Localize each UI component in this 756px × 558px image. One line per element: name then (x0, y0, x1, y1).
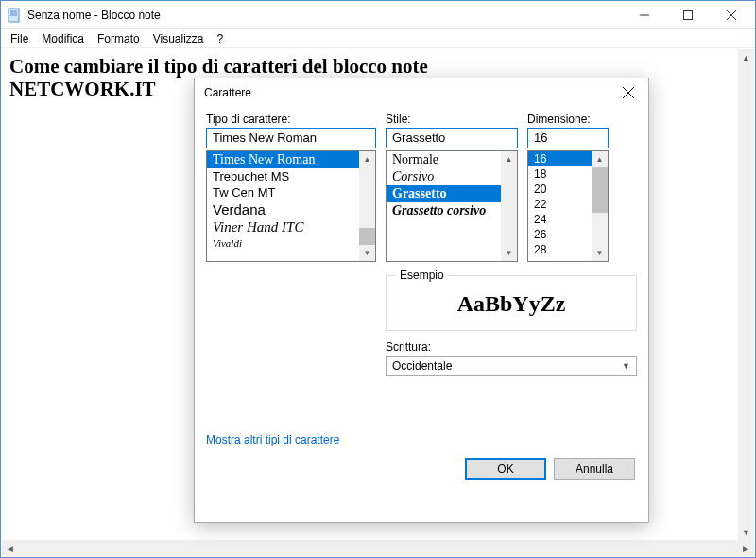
scroll-down-icon[interactable]: ▼ (359, 245, 375, 261)
size-list-item[interactable]: 20 (528, 182, 592, 197)
editor-horizontal-scrollbar[interactable]: ◀ ▶ (2, 540, 754, 556)
style-list-item[interactable]: Grassetto corsivo (387, 202, 501, 219)
sample-fieldset: Esempio AaBbYyZz (386, 275, 637, 331)
font-list-item[interactable]: Times New Roman (207, 151, 359, 168)
size-list-item[interactable]: 18 (528, 166, 592, 182)
style-list-item[interactable]: Grassetto (387, 185, 501, 202)
dialog-title: Carattere (204, 86, 614, 99)
style-list-item[interactable]: Corsivo (387, 168, 501, 185)
size-list-scrollbar[interactable]: ▲ ▼ (592, 151, 608, 261)
sample-label: Esempio (396, 269, 448, 282)
close-icon (623, 87, 634, 98)
scroll-up-icon[interactable]: ▲ (738, 49, 754, 65)
size-list-item[interactable]: 28 (528, 242, 592, 257)
scroll-thumb[interactable] (359, 228, 375, 245)
menubar: File Modifica Formato Visualizza ? (1, 29, 755, 48)
font-list-item[interactable]: Trebuchet MS (207, 168, 359, 184)
editor-line: Come cambiare il tipo di caratteri del b… (9, 55, 747, 78)
script-select[interactable]: Occidentale ▼ (386, 356, 637, 376)
close-button[interactable] (710, 1, 753, 28)
window-controls (623, 1, 753, 28)
style-list-scrollbar[interactable]: ▲ ▼ (501, 151, 517, 261)
size-list-item[interactable]: 26 (528, 227, 592, 242)
app-icon (7, 8, 22, 23)
chevron-down-icon: ▼ (622, 361, 630, 371)
dialog-close-button[interactable] (614, 79, 643, 106)
scroll-down-icon[interactable]: ▼ (738, 524, 754, 540)
maximize-button[interactable] (666, 1, 710, 28)
style-input[interactable]: Grassetto (386, 128, 518, 148)
cancel-button[interactable]: Annulla (554, 458, 635, 480)
scroll-track[interactable] (738, 65, 754, 524)
script-label: Scrittura: (386, 340, 637, 354)
font-label: Tipo di carattere: (206, 113, 376, 126)
show-more-fonts-link[interactable]: Mostra altri tipi di carattere (206, 433, 339, 446)
menu-file[interactable]: File (5, 30, 34, 47)
font-input[interactable]: Times New Roman (206, 128, 376, 148)
window-title: Senza nome - Blocco note (27, 9, 623, 22)
scroll-down-icon[interactable]: ▼ (501, 245, 517, 261)
menu-format[interactable]: Formato (92, 30, 146, 47)
size-input[interactable]: 16 (527, 128, 609, 148)
font-dialog: Carattere Tipo di carattere: Times New R… (194, 78, 649, 523)
minimize-button[interactable] (623, 1, 666, 28)
style-listbox[interactable]: Normale Corsivo Grassetto Grassetto cors… (386, 150, 518, 262)
size-list-item[interactable]: 16 (528, 151, 592, 166)
font-list-item[interactable]: Verdana (207, 201, 359, 218)
font-list-item[interactable]: Tw Cen MT (207, 184, 359, 201)
size-list-item[interactable]: 24 (528, 212, 592, 227)
editor-vertical-scrollbar[interactable]: ▲ ▼ (738, 49, 754, 540)
window-titlebar: Senza nome - Blocco note (1, 1, 755, 29)
style-label: Stile: (386, 113, 518, 126)
font-list-item[interactable]: Vivaldi (207, 236, 359, 250)
font-list-item[interactable]: Viner Hand ITC (207, 218, 359, 236)
style-list-item[interactable]: Normale (387, 151, 501, 168)
size-list-item[interactable]: 22 (528, 197, 592, 212)
size-listbox[interactable]: 16 18 20 22 24 26 28 ▲ ▼ (527, 150, 609, 262)
size-label: Dimensione: (527, 113, 609, 126)
font-listbox[interactable]: Times New Roman Trebuchet MS Tw Cen MT V… (206, 150, 376, 262)
svg-rect-5 (684, 10, 693, 19)
ok-button[interactable]: OK (465, 458, 546, 480)
scroll-thumb[interactable] (592, 167, 608, 213)
menu-help[interactable]: ? (212, 30, 230, 47)
dialog-titlebar: Carattere (195, 78, 648, 107)
font-list-scrollbar[interactable]: ▲ ▼ (359, 151, 375, 261)
sample-text: AaBbYyZz (396, 291, 627, 317)
scroll-track[interactable] (18, 540, 738, 556)
scroll-right-icon[interactable]: ▶ (738, 540, 754, 556)
scroll-left-icon[interactable]: ◀ (2, 540, 18, 556)
menu-edit[interactable]: Modifica (36, 30, 90, 47)
scroll-down-icon[interactable]: ▼ (592, 245, 608, 261)
scroll-up-icon[interactable]: ▲ (359, 151, 375, 167)
script-value: Occidentale (392, 359, 452, 373)
scroll-up-icon[interactable]: ▲ (592, 151, 608, 167)
menu-view[interactable]: Visualizza (147, 30, 210, 47)
scroll-up-icon[interactable]: ▲ (501, 151, 517, 167)
